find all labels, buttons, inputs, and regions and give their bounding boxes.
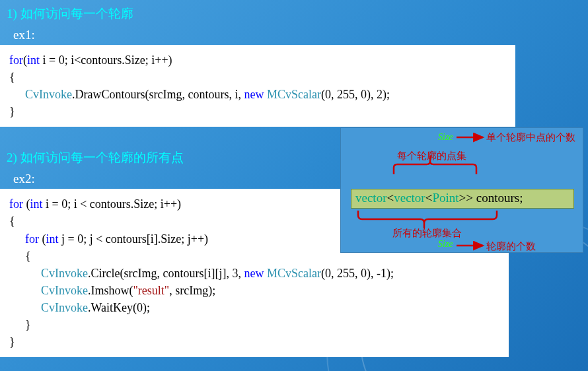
code-block-1: for(int i = 0; i<contours.Size; i++) { C… bbox=[0, 45, 515, 127]
diagram-size-top: Size bbox=[438, 132, 453, 143]
diagram-lt2: < bbox=[425, 191, 433, 205]
code-text: .Circle(srcImg, contours[i][j], 3, bbox=[88, 267, 244, 280]
code-text: .DrawContours(srcImg, contours, i, bbox=[72, 88, 244, 101]
code-text: j = 0; j < contours[i].Size; j++) bbox=[59, 232, 209, 246]
type-mcvscalar: MCvScalar bbox=[264, 267, 320, 280]
type-cvinvoke: CvInvoke bbox=[41, 267, 88, 280]
example1-label: ex1: bbox=[0, 26, 588, 45]
brace: } bbox=[9, 103, 506, 120]
code-text: ( bbox=[23, 197, 30, 211]
keyword-for: for bbox=[9, 53, 23, 67]
diagram-gtgt: >> bbox=[459, 191, 473, 205]
type-mcvscalar: MCvScalar bbox=[264, 88, 320, 101]
keyword-for: for bbox=[25, 232, 39, 246]
type-cvinvoke: CvInvoke bbox=[41, 284, 88, 297]
code-text: ( bbox=[39, 232, 46, 246]
diagram-point: Point bbox=[432, 191, 459, 205]
heading-1: 1) 如何访问每一个轮廓 bbox=[0, 0, 588, 26]
diagram-panel: Size 单个轮廓中点的个数 每个轮廓的点集 vector<vector<Poi… bbox=[340, 127, 583, 253]
code-text: (0, 255, 0), -1); bbox=[321, 267, 394, 280]
code-text: i = 0; i<contours.Size; i++) bbox=[40, 53, 172, 67]
code-text: .WaitKey(0); bbox=[88, 301, 150, 314]
keyword-int: int bbox=[30, 197, 43, 211]
type-cvinvoke: CvInvoke bbox=[25, 88, 72, 101]
diagram-code-vector: vector<vector<Point>> contours; bbox=[351, 189, 574, 209]
keyword-new: new bbox=[244, 88, 264, 101]
diagram-annot-contour-count: 轮廓的个数 bbox=[486, 240, 536, 253]
code-text: i = 0; i < contours.Size; i++) bbox=[43, 197, 182, 211]
diagram-size-bottom: Size bbox=[438, 239, 453, 250]
keyword-for: for bbox=[9, 197, 23, 211]
keyword-new: new bbox=[244, 267, 264, 280]
diagram-lt1: < bbox=[386, 191, 394, 205]
diagram-contours: contours; bbox=[473, 191, 523, 205]
diagram-annot-single-points: 单个轮廓中点的个数 bbox=[486, 131, 575, 144]
diagram-vector1: vector bbox=[355, 191, 386, 205]
brace: } bbox=[9, 316, 499, 333]
type-cvinvoke: CvInvoke bbox=[41, 301, 88, 314]
diagram-annot-pointset: 每个轮廓的点集 bbox=[397, 150, 466, 162]
code-text: (0, 255, 0), 2); bbox=[321, 88, 390, 101]
brace: { bbox=[9, 69, 506, 86]
string-literal: "result" bbox=[133, 284, 170, 297]
diagram-annot-all-contours: 所有的轮廓集合 bbox=[392, 227, 462, 240]
code-text: , srcImg); bbox=[169, 284, 215, 297]
brace: } bbox=[9, 333, 499, 351]
diagram-vector2: vector bbox=[394, 191, 425, 205]
keyword-int: int bbox=[27, 53, 40, 67]
code-text: .Imshow( bbox=[88, 284, 133, 297]
keyword-int: int bbox=[46, 232, 59, 246]
